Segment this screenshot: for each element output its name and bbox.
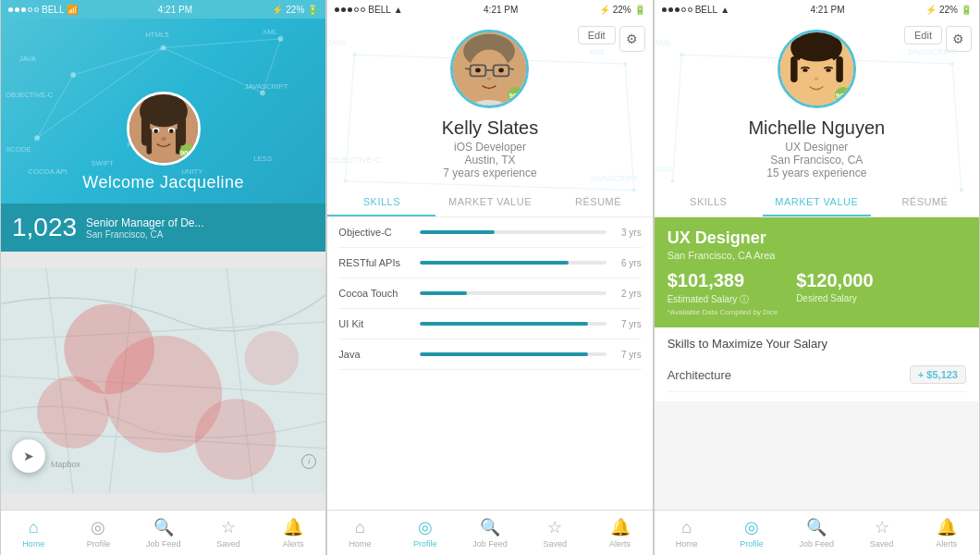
svg-text:XML: XML [589,47,606,56]
time-3: 4:21 PM [810,5,844,15]
tab-jobfeed-1[interactable]: 🔍 Job Feed [131,511,196,555]
svg-text:SWIFT: SWIFT [92,159,114,167]
avatar-jacqueline: 90% [127,92,201,166]
tab-alerts-label-1: Alerts [283,539,304,549]
skill-bar-fill-3 [420,322,587,326]
edit-button-3[interactable]: Edit [904,26,942,44]
svg-text:JAVASCRIPT: JAVASCRIPT [589,174,638,183]
dot2-5 [361,7,365,12]
maximize-value-0[interactable]: + $5,123 [910,365,966,384]
dot3-5 [688,7,692,12]
tab-home-label-3: Home [676,539,698,549]
tab-home-label-2: Home [349,539,371,549]
tab-profile-2[interactable]: ◎ Profile [393,511,458,555]
tab-alerts-1[interactable]: 🔔 Alerts [261,511,325,555]
jobfeed-icon-2: 🔍 [480,517,500,537]
svg-text:OBJECTIVE-C: OBJECTIVE-C [6,91,54,99]
battery-icon-2: 🔋 [634,5,645,15]
gear-button-3[interactable]: ⚙ [946,26,972,52]
skill-name-1: RESTful APIs [338,257,412,268]
profile-icon-3: ◎ [744,517,759,537]
status-left-2: BELL ▲ [335,5,402,15]
gear-button-2[interactable]: ⚙ [619,26,645,52]
skill-bar-bg-2 [420,291,606,295]
home-icon-3: ⌂ [681,518,692,537]
svg-point-85 [802,68,808,72]
welcome-text: Welcome Jacqueline [82,173,244,192]
dot2-3 [348,7,352,12]
location-button[interactable]: ➤ [12,439,45,473]
signal-2 [335,7,365,12]
dot2-2 [341,7,346,12]
battery-3: 22% [939,5,958,15]
svg-point-68 [499,68,505,73]
bluetooth-icon-3: ⚡ [925,5,937,15]
tab-saved-label-1: Saved [216,539,240,549]
dot3-3 [675,7,680,12]
dot5 [34,7,39,12]
mv-desired-salary: $120,000 Desired Salary [796,270,873,316]
skill-name-2: Cocoa Touch [338,288,412,299]
dot2 [15,7,19,12]
alerts-icon-3: 🔔 [937,517,957,537]
svg-rect-84 [836,56,842,82]
battery-icon-3: 🔋 [961,5,972,15]
skill-bar-bg-1 [420,261,606,265]
tab-bar-1: ⌂ Home ◎ Profile 🔍 Job Feed ☆ Saved 🔔 Al… [1,510,325,555]
job-bar[interactable]: 1,023 Senior Manager of De... San Franci… [1,204,325,252]
svg-line-5 [73,48,164,75]
svg-line-7 [37,75,73,138]
profile-header-2: JAVA XML OBJECTIVE-C JAVASCRIPT Edit ⚙ [327,18,652,217]
svg-line-53 [625,64,634,191]
svg-point-31 [153,129,158,133]
tab-profile-3[interactable]: ◎ Profile [719,511,784,555]
phone-1: BELL 📶 4:21 PM ⚡ 22% 🔋 [0,0,326,555]
tab-home-1[interactable]: ⌂ Home [1,511,66,555]
carrier-2: BELL [368,5,390,15]
tab-alerts-label-3: Alerts [936,539,957,549]
battery-icon-1: 🔋 [307,5,318,15]
tab-saved-3[interactable]: ☆ Saved [849,511,913,555]
svg-point-46 [244,331,299,386]
tab-alerts-3[interactable]: 🔔 Alerts [914,511,979,555]
edit-button-2[interactable]: Edit [578,26,616,44]
tab-profile-label-1: Profile [87,539,111,549]
svg-line-76 [952,64,962,191]
signal-3 [662,7,692,12]
tab-saved-2[interactable]: ☆ Saved [522,511,587,555]
svg-text:JAVA: JAVA [19,55,37,63]
svg-text:HTML5: HTML5 [145,31,169,39]
skill-bar-fill-4 [420,352,587,356]
badge-90-michelle: 90% [835,87,851,104]
tab-home-3[interactable]: ⌂ Home [655,511,719,555]
tab-bar-2: ⌂ Home ◎ Profile 🔍 Job Feed ☆ Saved 🔔 Al… [327,510,652,555]
status-left-1: BELL 📶 [8,5,78,15]
tab-profile-1[interactable]: ◎ Profile [66,511,130,555]
skill-years-4: 7 yrs [614,350,642,360]
svg-rect-27 [146,129,152,154]
tab-profile-label-3: Profile [740,539,764,549]
skill-bar-fill-2 [420,291,466,295]
tab-saved-1[interactable]: ☆ Saved [196,511,261,555]
svg-point-44 [37,376,109,449]
tab-jobfeed-3[interactable]: 🔍 Job Feed [784,511,849,555]
mv-estimated-salary: $101,389 Estimated Salary ⓘ *Available D… [668,270,778,316]
home-header: JAVA HTML5 JAVASCRIPT OBJECTIVE-C XML XC… [1,18,325,204]
svg-line-75 [672,55,681,181]
tab-alerts-2[interactable]: 🔔 Alerts [587,511,652,555]
svg-point-87 [815,78,819,80]
tab-jobfeed-2[interactable]: 🔍 Job Feed [458,511,522,555]
phone-3: BELL ▲ 4:21 PM ⚡ 22% 🔋 [654,0,980,555]
carrier-1: BELL [42,5,64,15]
skill-years-0: 3 yrs [614,228,642,238]
job-info: Senior Manager of De... San Francisco, C… [86,216,314,240]
battery-1: 22% [286,5,304,15]
svg-text:COCOA API: COCOA API [28,167,67,176]
maximize-section: Skills to Maximize Your Salary Architect… [655,327,979,401]
saved-icon-2: ☆ [547,517,562,537]
map-area[interactable]: ➤ Mapbox i [1,252,325,510]
svg-point-34 [141,96,186,127]
skill-name-0: Objective-C [338,227,412,238]
mv-est-label-text: Estimated Salary [668,294,738,304]
tab-home-2[interactable]: ⌂ Home [327,511,392,555]
